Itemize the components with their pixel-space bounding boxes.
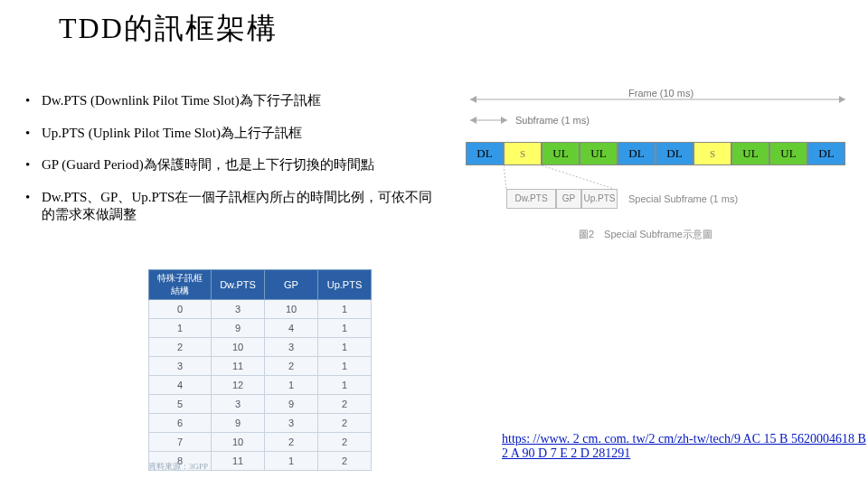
subframe-cell: UL [769,142,807,165]
table-cell: 10 [265,300,318,319]
table-cell: 1 [265,376,318,395]
config-table-wrap: 特殊子訊框結構 Dw.PTS GP Up.PTS 031011941210313… [148,269,372,471]
svg-marker-4 [470,117,476,124]
special-cell-gp: GP [556,189,581,209]
special-cell-uppts: Up.PTS [581,189,618,209]
table-cell: 6 [149,414,212,433]
table-body: 0310119412103131121412115392693271022811… [149,300,372,471]
svg-marker-5 [501,117,507,124]
table-cell: 11 [212,452,265,471]
table-cell: 2 [318,452,372,471]
table-row: 71022 [149,433,372,452]
table-cell: 1 [318,357,372,376]
special-cell-dwpts: Dw.PTS [506,189,556,209]
svg-line-7 [542,165,614,189]
subframe-cell: S [693,142,731,165]
table-cell: 3 [149,357,212,376]
source-link[interactable]: https: //www. 2 cm. com. tw/2 cm/zh-tw/t… [502,432,868,461]
table-cell: 1 [318,338,372,357]
bullet-item: Dw.PTS、GP、Up.PTS在一個子訊框內所占的時間比例，可依不同的需求來做… [25,189,437,224]
table-row: 5392 [149,395,372,414]
source-link-anchor[interactable]: https: //www. 2 cm. com. tw/2 cm/zh-tw/t… [502,432,866,460]
table-cell: 4 [265,319,318,338]
table-header: Up.PTS [318,270,372,300]
table-cell: 2 [265,357,318,376]
table-cell: 1 [149,319,212,338]
table-row: 6932 [149,414,372,433]
table-cell: 3 [212,300,265,319]
table-cell: 2 [318,414,372,433]
table-row: 1941 [149,319,372,338]
frame-label: Frame (10 ms) [628,88,693,99]
svg-line-6 [504,165,506,189]
table-cell: 2 [318,395,372,414]
table-cell: 11 [212,357,265,376]
table-cell: 7 [149,433,212,452]
subframe-cell: DL [656,142,693,165]
bullet-item: Dw.PTS (Downlink Pilot Time Slot)為下行子訊框 [25,92,437,110]
special-subframe-row: Dw.PTS GP Up.PTS [506,189,618,209]
special-caption: Special Subframe (1 ms) [628,193,738,204]
table-cell: 10 [212,338,265,357]
subframe-cell: UL [731,142,769,165]
frame-arrows-diagram: Frame (10 ms) Subframe (1 ms) [466,86,859,140]
table-row: 21031 [149,338,372,357]
subframe-cell: DL [466,142,504,165]
table-cell: 9 [212,414,265,433]
table-header: Dw.PTS [212,270,265,300]
table-cell: 1 [318,376,372,395]
table-cell: 4 [149,376,212,395]
bullet-item: Up.PTS (Uplink Pilot Time Slot)為上行子訊框 [25,125,437,143]
table-header: GP [265,270,318,300]
subframe-cell: DL [807,142,845,165]
table-cell: 5 [149,395,212,414]
table-cell: 1 [318,319,372,338]
bullet-list: Dw.PTS (Downlink Pilot Time Slot)為下行子訊框 … [25,92,437,239]
table-cell: 2 [149,338,212,357]
table-cell: 3 [212,395,265,414]
bullet-item: GP (Guard Period)為保護時間，也是上下行切換的時間點 [25,156,437,174]
table-header: 特殊子訊框結構 [149,270,212,300]
table-cell: 3 [265,338,318,357]
page-title: TDD的訊框架構 [59,9,278,49]
subframe-row: DL S UL UL DL DL S UL UL DL [466,142,845,165]
svg-marker-1 [470,96,476,103]
table-cell: 10 [212,433,265,452]
table-row: 41211 [149,376,372,395]
svg-marker-2 [839,96,845,103]
subframe-cell: DL [618,142,656,165]
table-cell: 9 [265,395,318,414]
table-cell: 12 [212,376,265,395]
slide: TDD的訊框架構 Dw.PTS (Downlink Pilot Time Slo… [0,0,868,488]
table-cell: 1 [318,300,372,319]
table-cell: 2 [318,433,372,452]
table-cell: 9 [212,319,265,338]
guide-lines [504,165,621,191]
table-cell: 3 [265,414,318,433]
subframe-cell: UL [580,142,618,165]
table-row: 31121 [149,357,372,376]
table-row: 03101 [149,300,372,319]
figure-caption: 圖2 Special Subframe示意圖 [579,228,712,241]
table-cell: 0 [149,300,212,319]
config-table: 特殊子訊框結構 Dw.PTS GP Up.PTS 031011941210313… [148,269,372,471]
subframe-cell: UL [542,142,580,165]
table-source: 資料來源：3GPP [148,461,208,473]
table-cell: 2 [265,433,318,452]
subframe-cell: S [504,142,542,165]
table-cell: 1 [265,452,318,471]
subframe-label: Subframe (1 ms) [515,115,590,126]
